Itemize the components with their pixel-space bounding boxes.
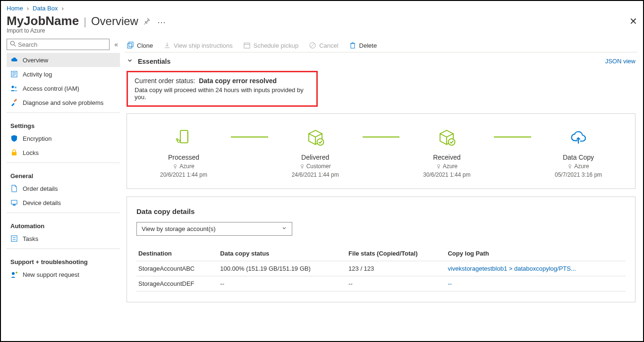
- essentials-bar: Essentials JSON view: [125, 52, 637, 68]
- sidebar-section-general: General: [7, 166, 120, 181]
- svg-rect-24: [180, 130, 188, 143]
- svg-rect-16: [129, 42, 133, 47]
- sidebar-item-diagnose[interactable]: Diagnose and solve problems: [7, 95, 120, 110]
- svg-rect-10: [13, 205, 16, 205]
- svg-point-28: [174, 164, 177, 167]
- sidebar-item-access-control[interactable]: Access control (IAM): [7, 81, 120, 95]
- cell-stats: 123 / 123: [347, 261, 446, 276]
- svg-point-32: [437, 164, 440, 167]
- title-divider: |: [84, 16, 86, 28]
- status-label: Current order status:: [135, 77, 195, 85]
- status-description: Data copy will proceed within 24 hours w…: [135, 86, 310, 101]
- step-icon: [531, 124, 626, 150]
- schedule-button: Schedule pickup: [243, 42, 298, 49]
- sidebar-item-activity-log[interactable]: Activity log: [7, 67, 120, 81]
- task-icon: [10, 235, 18, 242]
- breadcrumb-databox[interactable]: Data Box: [33, 5, 58, 12]
- breadcrumb-home[interactable]: Home: [7, 5, 23, 12]
- sidebar-item-locks[interactable]: Locks: [7, 145, 120, 160]
- progress-step: Delivered Customer 24/6/2021 1:44 pm: [268, 124, 363, 178]
- cell-destination: StorageAccountABC: [136, 261, 218, 276]
- copy-log-link[interactable]: --: [448, 280, 452, 287]
- chevron-down-icon[interactable]: [127, 57, 133, 65]
- step-connector: [363, 137, 400, 137]
- step-icon: [136, 124, 231, 150]
- copy-log-link[interactable]: vivekstoragetestblob1 > databoxcopylog/P…: [448, 265, 576, 272]
- sidebar-section-settings: Settings: [7, 116, 120, 131]
- svg-point-14: [12, 272, 15, 275]
- status-callout: Current order status: Data copy error re…: [127, 71, 318, 107]
- step-connector: [494, 137, 531, 137]
- download-icon: [163, 42, 171, 49]
- button-label: Clone: [137, 42, 153, 49]
- svg-rect-9: [11, 200, 17, 204]
- command-bar: Clone View ship instructions Schedule pi…: [125, 39, 637, 52]
- app-root: Home › Data Box › MyJobName | Overview ⋯…: [0, 0, 644, 342]
- data-copy-table: Destination Data copy status File stats …: [136, 246, 626, 291]
- json-view-link[interactable]: JSON view: [605, 58, 636, 65]
- chevron-down-icon: [281, 225, 287, 232]
- close-icon[interactable]: ✕: [629, 16, 637, 27]
- status-value: Data copy error resolved: [199, 77, 277, 85]
- svg-point-27: [176, 139, 178, 141]
- sidebar-item-label: Encryption: [23, 135, 51, 142]
- step-connector: [231, 137, 268, 137]
- step-title: Received: [399, 154, 494, 161]
- sidebar-item-encryption[interactable]: Encryption: [7, 131, 120, 145]
- step-date: 20/6/2021 1:44 pm: [136, 171, 231, 178]
- select-value: View by storage account(s): [142, 225, 216, 232]
- cancel-button: Cancel: [309, 42, 338, 49]
- svg-point-6: [12, 86, 14, 88]
- svg-rect-17: [244, 43, 250, 48]
- lock-icon: [10, 149, 18, 156]
- svg-point-30: [301, 164, 303, 167]
- svg-rect-8: [12, 152, 17, 155]
- cloud-icon: [10, 56, 18, 64]
- page-title: MyJobName: [7, 14, 79, 28]
- delete-button[interactable]: Delete: [349, 42, 377, 49]
- step-icon: [399, 124, 494, 150]
- sidebar-section-automation: Automation: [7, 216, 120, 231]
- calendar-icon: [243, 42, 251, 49]
- search-input-wrap[interactable]: [7, 39, 110, 50]
- sidebar-item-tasks[interactable]: Tasks: [7, 231, 120, 246]
- essentials-title: Essentials: [138, 58, 170, 65]
- sidebar-item-label: Locks: [23, 149, 39, 156]
- sidebar-item-device-details[interactable]: Device details: [7, 196, 120, 210]
- svg-point-31: [449, 139, 455, 145]
- delete-icon: [349, 42, 356, 49]
- svg-rect-11: [11, 236, 17, 241]
- breadcrumb: Home › Data Box ›: [7, 4, 637, 14]
- svg-rect-21: [351, 43, 355, 48]
- sidebar-item-overview[interactable]: Overview: [7, 53, 120, 67]
- pin-icon[interactable]: [143, 17, 151, 26]
- step-date: 30/6/2021 1:44 pm: [399, 171, 494, 178]
- more-icon[interactable]: ⋯: [157, 17, 166, 27]
- sidebar-item-new-support[interactable]: New support request: [7, 267, 120, 282]
- cell-status: --: [218, 276, 347, 291]
- search-input[interactable]: [18, 41, 106, 48]
- support-icon: [10, 271, 18, 278]
- svg-point-33: [569, 164, 571, 167]
- chevron-right-icon: ›: [27, 5, 29, 12]
- step-location: Customer: [268, 163, 363, 170]
- chevron-right-icon: ›: [62, 5, 64, 12]
- clone-button[interactable]: Clone: [127, 42, 153, 49]
- collapse-sidebar-icon[interactable]: «: [112, 41, 120, 48]
- people-icon: [10, 85, 18, 92]
- cell-destination: StorageAccountDEF: [136, 276, 218, 291]
- svg-point-29: [317, 139, 323, 145]
- view-by-select[interactable]: View by storage account(s): [136, 222, 292, 236]
- sidebar-item-label: Access control (IAM): [23, 85, 79, 92]
- sidebar-item-label: Diagnose and solve problems: [23, 99, 103, 106]
- col-destination: Destination: [136, 246, 218, 261]
- step-date: 05/7/2021 3:16 pm: [531, 171, 626, 178]
- sidebar-item-order-details[interactable]: Order details: [7, 181, 120, 196]
- step-icon: [268, 124, 363, 150]
- button-label: Cancel: [319, 42, 338, 49]
- sidebar-section-support: Support + troubleshooting: [7, 252, 120, 267]
- progress-panel: Processed Azure 20/6/2021 1:44 pm Delive…: [127, 113, 636, 189]
- col-stats: File stats (Copied/Total): [347, 246, 446, 261]
- tools-icon: [10, 99, 18, 106]
- col-log: Copy log Path: [446, 246, 626, 261]
